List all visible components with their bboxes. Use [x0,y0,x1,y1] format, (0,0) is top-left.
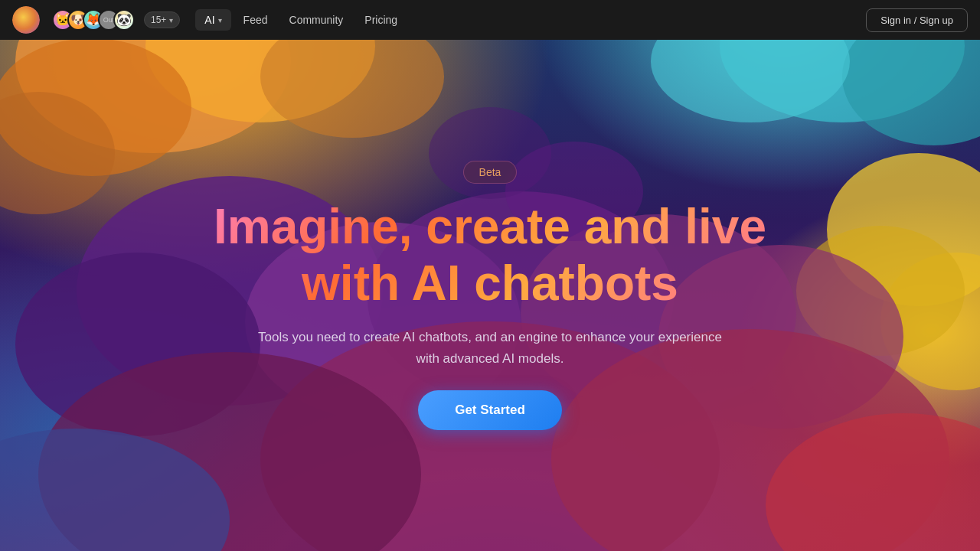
avatar: 🐼 [113,9,135,31]
hero-section: Beta Imagine, create and live with AI ch… [0,0,980,551]
app-logo[interactable] [12,6,40,34]
count-label: 15+ [151,15,166,25]
hero-subtitle: Tools you need to create AI chatbots, an… [253,327,727,368]
nav-item-feed[interactable]: Feed [234,9,277,31]
nav-item-pricing[interactable]: Pricing [355,9,407,31]
hero-title-line1: Imagine, create and live [214,199,766,254]
ai-dropdown-icon: ▾ [218,16,222,24]
navbar: 🐱 🐶 🦊 Out 🐼 15+ ▾ AI ▾ Feed Community Pr… [0,0,980,40]
hero-title: Imagine, create and live with AI chatbot… [214,199,766,311]
active-users-group: 🐱 🐶 🦊 Out 🐼 [52,9,135,31]
hero-title-line2: with AI chatbots [302,256,678,311]
nav-links: AI ▾ Feed Community Pricing [195,9,407,31]
users-count-badge[interactable]: 15+ ▾ [144,11,180,28]
hero-content: Beta Imagine, create and live with AI ch… [0,0,980,551]
get-started-button[interactable]: Get Started [418,390,562,430]
nav-item-community[interactable]: Community [280,9,353,31]
nav-item-ai[interactable]: AI ▾ [195,9,230,31]
chevron-down-icon: ▾ [169,16,173,24]
sign-in-button[interactable]: Sign in / Sign up [866,8,968,32]
beta-badge: Beta [463,161,518,184]
